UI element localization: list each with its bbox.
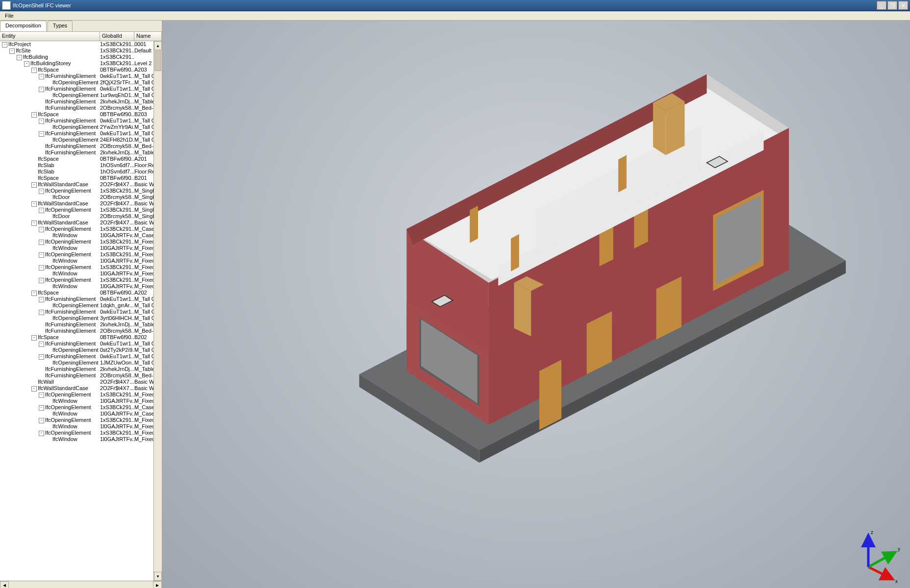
collapse-icon[interactable]: - (39, 278, 44, 283)
tree-row[interactable]: IfcOpeningElement0st2Ty2kP2i9...M_Tall C… (0, 347, 162, 353)
tree-row[interactable]: IfcWindow1l0GAJtRTFv...M_Fixed:8 (0, 436, 162, 442)
tree-row[interactable]: IfcWindow1l0GAJtRTFv...M_Fixed:2 (0, 423, 162, 430)
tree-row[interactable]: -IfcOpeningElement1xS3BCk291...M_Single- (0, 207, 162, 213)
scroll-left-icon[interactable]: ◀ (0, 581, 9, 588)
tree-row[interactable]: -IfcFurnishingElement0wkEuT1wr1...M_Tall… (0, 309, 162, 315)
collapse-icon[interactable]: - (39, 119, 44, 124)
tree-row[interactable]: -IfcSpace0BTBFw6f90...A203 (0, 67, 162, 73)
tree-row[interactable]: -IfcFurnishingElement0wkEuT1wr1...M_Tall… (0, 73, 162, 79)
collapse-icon[interactable]: - (39, 252, 44, 258)
tree-row[interactable]: IfcOpeningElement1JMZUwOon...M_Tall Cab (0, 360, 162, 366)
tree-row[interactable]: -IfcWallStandardCase2O2Fr$t4X7...Basic W… (0, 181, 162, 188)
tab-decomposition[interactable]: Decomposition (0, 21, 47, 31)
collapse-icon[interactable]: - (39, 240, 44, 245)
tree-row[interactable]: -IfcSite1xS3BCk291...Default (0, 48, 162, 54)
tree-row[interactable]: IfcOpeningElement2YwZmYlr9Ai...M_Tall Ca… (0, 124, 162, 130)
collapse-icon[interactable]: - (31, 335, 37, 341)
collapse-icon[interactable]: - (39, 392, 44, 398)
viewport-3d[interactable]: x y z (162, 21, 910, 588)
tree-row[interactable]: -IfcOpeningElement1xS3BCk291...M_Casem (0, 226, 162, 232)
tree-row[interactable]: -IfcFurnishingElement0wkEuT1wr1...M_Tall… (0, 353, 162, 360)
tree-row[interactable]: -IfcOpeningElement1xS3BCk291...M_Fixed:7 (0, 239, 162, 245)
collapse-icon[interactable]: - (31, 68, 37, 73)
tree-row[interactable]: IfcOpeningElement24EFH82h1D...M_Tall Cab (0, 137, 162, 143)
scroll-thumb[interactable] (154, 50, 161, 71)
collapse-icon[interactable]: - (17, 55, 22, 60)
scroll-right-icon[interactable]: ▶ (153, 581, 162, 588)
maximize-button[interactable]: ❐ (887, 1, 897, 10)
collapse-icon[interactable]: - (39, 431, 44, 436)
tree-row[interactable]: IfcWindow1l0GAJtRTFv...M_Fixed:8 (0, 283, 162, 290)
tree-row[interactable]: -IfcFurnishingElement0wkEuT1wr1...M_Tall… (0, 296, 162, 302)
tree-row[interactable]: IfcFurnishingElement2OBrcmyk58...M_Bed-S… (0, 143, 162, 149)
collapse-icon[interactable]: - (39, 189, 44, 194)
tree-row[interactable]: IfcDoor2OBrcmyk58...M_Single- (0, 213, 162, 220)
collapse-icon[interactable]: - (39, 208, 44, 213)
tree-row[interactable]: IfcFurnishingElement2kvhekJrnDj...M_Tabl… (0, 98, 162, 105)
tree-row[interactable]: -IfcOpeningElement1xS3BCk291...M_Fixed:2 (0, 417, 162, 423)
collapse-icon[interactable]: - (39, 131, 44, 137)
tree-row[interactable]: IfcFurnishingElement2OBrcmyk58...M_Bed-S… (0, 372, 162, 379)
collapse-icon[interactable]: - (31, 291, 37, 296)
tree-row[interactable]: -IfcSpace0BTBFw6f90...B202 (0, 334, 162, 341)
minimize-button[interactable]: _ (877, 1, 886, 10)
tree-row[interactable]: IfcOpeningElement3yrt06HlHCH...M_Tall Ca… (0, 315, 162, 321)
tree-row[interactable]: -IfcFurnishingElement0wkEuT1wr1...M_Tall… (0, 118, 162, 124)
tree-row[interactable]: IfcSlab1hOSvn6df7...Floor:Resi (0, 169, 162, 175)
tree-row[interactable]: -IfcSpace0BTBFw6f90...A202 (0, 290, 162, 296)
col-entity[interactable]: Entity (0, 32, 100, 41)
tree-row[interactable]: IfcWindow1l0GAJtRTFv...M_Fixed:2 (0, 398, 162, 404)
tree-row[interactable]: IfcSpace0BTBFw6f90...A201 (0, 156, 162, 162)
collapse-icon[interactable]: - (39, 297, 44, 302)
tree-row[interactable]: IfcWindow1l0GAJtRTFv...M_Casem (0, 411, 162, 417)
tree-vscroll[interactable]: ▲ ▼ (153, 41, 162, 581)
tree-row[interactable]: -IfcOpeningElement1xS3BCk291...M_Fixed:2 (0, 264, 162, 270)
tree-row[interactable]: -IfcOpeningElement1xS3BCk291...M_Fixed:2 (0, 392, 162, 398)
collapse-icon[interactable]: - (39, 265, 44, 270)
collapse-icon[interactable]: - (31, 112, 37, 118)
tree-row[interactable]: IfcFurnishingElement2OBrcmyk58...M_Bed-S… (0, 328, 162, 334)
tab-types[interactable]: Types (48, 21, 73, 31)
tree-row[interactable]: -IfcFurnishingElement0wkEuT1wr1...M_Tall… (0, 341, 162, 347)
col-name[interactable]: Name (134, 32, 162, 41)
tree-row[interactable]: -IfcWallStandardCase2O2Fr$t4X7...Basic W… (0, 200, 162, 207)
collapse-icon[interactable]: - (31, 386, 37, 392)
collapse-icon[interactable]: - (39, 342, 44, 347)
tree-row[interactable]: IfcWindow1l0GAJtRTFv...M_Fixed:2 (0, 270, 162, 277)
tree-row[interactable]: IfcSlab1hOSvn6df7...Floor:Resi (0, 162, 162, 169)
tree-row[interactable]: IfcOpeningElement1ur9wqEhD1...M_Tall Cab (0, 92, 162, 98)
tree-row[interactable]: -IfcBuilding1xS3BCk291... (0, 54, 162, 60)
tree-row[interactable]: -IfcFurnishingElement0wkEuT1wr1...M_Tall… (0, 86, 162, 92)
collapse-icon[interactable]: - (31, 201, 37, 207)
collapse-icon[interactable]: - (39, 74, 44, 79)
tree-row[interactable]: IfcFurnishingElement2kvhekJrnDj...M_Tabl… (0, 149, 162, 156)
tree-row[interactable]: -IfcOpeningElement1xS3BCk291...M_Fixed:8 (0, 430, 162, 436)
collapse-icon[interactable]: - (39, 87, 44, 92)
tree-row[interactable]: -IfcBuildingStorey1xS3BCk291...Level 2 (0, 60, 162, 67)
tree-row[interactable]: -IfcOpeningElement1xS3BCk291...M_Casem (0, 404, 162, 411)
tree-row[interactable]: IfcSpace0BTBFw6f90...B201 (0, 175, 162, 181)
scroll-up-icon[interactable]: ▲ (154, 41, 162, 50)
col-globalid[interactable]: GlobalId (100, 32, 134, 41)
tree-row[interactable]: IfcOpeningElement1dqkh_grrAr...M_Tall Ca… (0, 302, 162, 309)
tree-row[interactable]: -IfcOpeningElement1xS3BCk291...M_Fixed:8 (0, 251, 162, 258)
tree-row[interactable]: IfcWindow1l0GAJtRTFv...M_Casem (0, 232, 162, 239)
collapse-icon[interactable]: - (39, 354, 44, 360)
collapse-icon[interactable]: - (39, 405, 44, 411)
collapse-icon[interactable]: - (39, 227, 44, 232)
tree-row[interactable]: IfcDoor2OBrcmyk58...M_Single- (0, 194, 162, 200)
collapse-icon[interactable]: - (9, 49, 15, 54)
tree-row[interactable]: IfcWindow1l0GAJtRTFv...M_Fixed:7 (0, 245, 162, 251)
collapse-icon[interactable]: - (39, 310, 44, 315)
tree-row[interactable]: IfcWindow1l0GAJtRTFv...M_Fixed:8 (0, 258, 162, 264)
tree-row[interactable]: -IfcFurnishingElement0wkEuT1wr1...M_Tall… (0, 130, 162, 137)
collapse-icon[interactable]: - (2, 42, 7, 48)
tree-row[interactable]: IfcFurnishingElement2OBrcmyk58...M_Bed-S… (0, 105, 162, 111)
tree-row[interactable]: -IfcOpeningElement1xS3BCk291...M_Single- (0, 188, 162, 194)
tree-row[interactable]: -IfcOpeningElement1xS3BCk291...M_Fixed:8 (0, 277, 162, 283)
collapse-icon[interactable]: - (31, 182, 37, 188)
tree-row[interactable]: -IfcSpace0BTBFw6f90...B203 (0, 111, 162, 118)
tree-hscroll[interactable]: ◀ ▶ (0, 581, 162, 588)
tree-row[interactable]: IfcWall2O2Fr$t4X7...Basic Wall (0, 379, 162, 385)
collapse-icon[interactable]: - (39, 418, 44, 423)
